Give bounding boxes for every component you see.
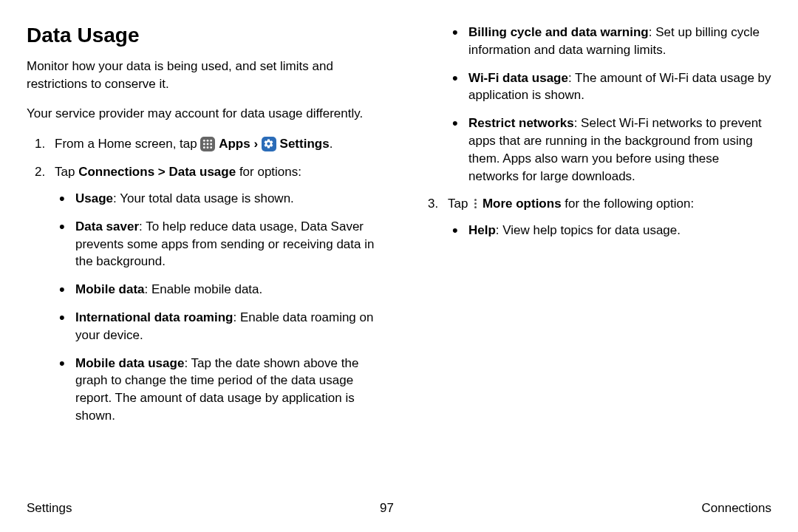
more-options-icon — [471, 197, 479, 211]
list-item: International data roaming: Enable data … — [72, 309, 378, 344]
svg-point-8 — [211, 146, 213, 149]
page-title: Data Usage — [27, 24, 378, 47]
step-3-bullets: Help: View help topics for data usage. — [448, 222, 771, 239]
footer-page-number: 97 — [380, 501, 394, 516]
page-footer: Settings 97 Connections — [27, 501, 771, 516]
step-3: Tap More options for the following optio… — [442, 195, 771, 239]
svg-point-4 — [207, 143, 209, 146]
chevron-right-icon: › — [253, 137, 258, 151]
intro-text-1: Monitor how your data is being used, and… — [27, 58, 378, 93]
list-item: Billing cycle and data warning: Set up b… — [466, 24, 771, 59]
bullet-label: Wi-Fi data usage — [468, 71, 568, 85]
svg-point-1 — [207, 140, 209, 142]
bullet-desc: : Your total data usage is shown. — [113, 191, 294, 205]
bullet-label: Restrict networks — [468, 116, 574, 130]
bullet-label: Data saver — [75, 219, 139, 233]
list-item: Wi-Fi data usage: The amount of Wi-Fi da… — [466, 69, 771, 105]
apps-icon — [200, 137, 215, 151]
list-item: Help: View help topics for data usage. — [466, 222, 771, 239]
step-2-prefix: Tap — [55, 165, 78, 179]
list-item: Mobile data usage: Tap the date shown ab… — [72, 355, 378, 425]
list-item: Data saver: To help reduce data usage, D… — [72, 218, 378, 270]
svg-point-2 — [211, 140, 213, 142]
svg-point-6 — [203, 146, 205, 149]
svg-point-3 — [203, 143, 205, 146]
svg-point-7 — [207, 146, 209, 149]
svg-point-0 — [203, 140, 205, 142]
settings-gear-icon — [262, 137, 276, 151]
bullet-label: Mobile data usage — [75, 356, 184, 370]
footer-right: Connections — [701, 501, 771, 516]
list-item: Usage: Your total data usage is shown. — [72, 190, 378, 208]
bullet-label: Billing cycle and data warning — [468, 25, 649, 39]
apps-label: Apps — [219, 137, 253, 151]
svg-point-5 — [211, 143, 213, 146]
step-1: From a Home screen, tap Apps › Settings. — [49, 135, 378, 153]
intro-text-2: Your service provider may account for da… — [27, 105, 378, 123]
step-3-prefix: Tap — [448, 197, 471, 211]
bullet-desc: : View help topics for data usage. — [496, 223, 681, 237]
step-3-suffix: for the following option: — [562, 197, 695, 211]
more-options-label: More options — [482, 197, 562, 211]
bullet-label: Help — [468, 223, 496, 237]
step-1-suffix: . — [330, 137, 333, 151]
list-item: Restrict networks: Select Wi-Fi networks… — [466, 115, 771, 185]
bullet-label: International data roaming — [75, 310, 233, 324]
settings-label: Settings — [280, 137, 330, 151]
footer-left: Settings — [27, 501, 72, 516]
step-2-bold: Connections > Data usage — [78, 165, 236, 179]
step-2-suffix: for options: — [236, 165, 301, 179]
bullet-label: Mobile data — [75, 282, 145, 296]
step-1-prefix: From a Home screen, tap — [55, 137, 200, 151]
bullet-label: Usage — [75, 191, 113, 205]
bullet-desc: : Enable mobile data. — [145, 282, 263, 296]
list-item: Mobile data: Enable mobile data. — [72, 281, 378, 299]
